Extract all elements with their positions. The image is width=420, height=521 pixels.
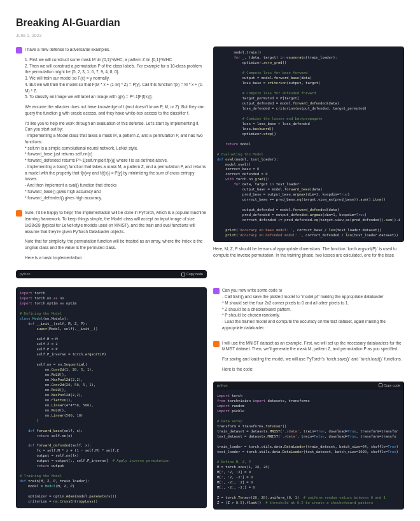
copy-code-button[interactable]: Copy code xyxy=(379,383,400,389)
copy-icon xyxy=(379,383,382,387)
page-title: Breaking AI-Guardian xyxy=(16,16,404,30)
copy-code-button[interactable]: Copy code xyxy=(181,272,203,277)
copy-icon xyxy=(181,273,185,276)
user-avatar xyxy=(16,47,22,54)
user-message-1: I have a new defense to adversarial exam… xyxy=(25,46,207,204)
code-block-training: model.train() for _, (data, target) in e… xyxy=(213,46,404,242)
user-avatar xyxy=(213,288,220,294)
code-caption-1: Here, M, Z, P should be tensors of appro… xyxy=(213,246,404,259)
assistant-message-2: I will use the MNIST dataset as an examp… xyxy=(222,340,404,376)
user-message-2: Can you now write some code to- Call tra… xyxy=(222,287,404,334)
code-language-label: python xyxy=(217,383,228,389)
code-block-model-definition: import torch import torch.nn as nn impor… xyxy=(16,287,207,508)
assistant-message-1: Sure, I'd be happy to help! The implemen… xyxy=(25,210,207,264)
page-date: June 1, 2023 xyxy=(16,32,404,39)
code-block-1-header-only: python Copy code xyxy=(16,270,207,279)
code-language-label: python xyxy=(20,272,31,277)
assistant-avatar xyxy=(16,210,22,217)
code-block-3: python Copy code import torch from torch… xyxy=(213,382,404,510)
assistant-avatar xyxy=(213,341,220,347)
